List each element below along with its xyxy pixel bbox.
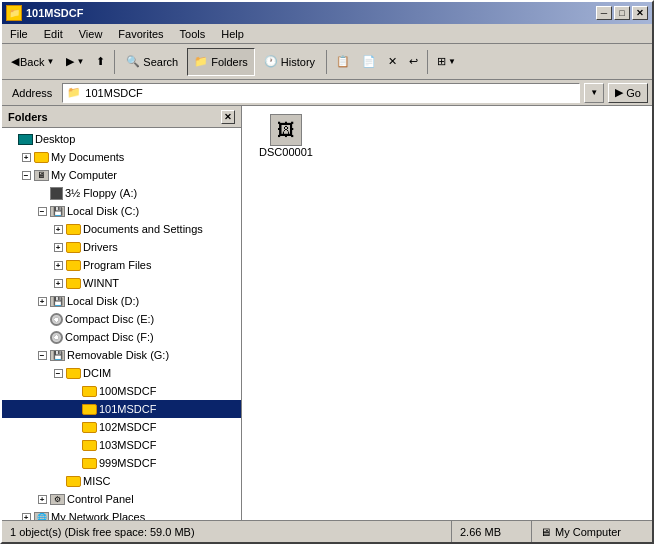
tree-expander-empty (66, 401, 82, 417)
menu-help[interactable]: Help (213, 26, 252, 42)
control-panel-icon: ⚙ (50, 494, 65, 505)
tree-item-floppy[interactable]: 3½ Floppy (A:) (2, 184, 241, 202)
address-label: Address (6, 87, 58, 99)
tree-item-my-computer[interactable]: −🖥My Computer (2, 166, 241, 184)
tree-expander[interactable]: − (34, 347, 50, 363)
tree-item-program-files[interactable]: +Program Files (2, 256, 241, 274)
status-computer: 🖥 My Computer (532, 526, 652, 538)
forward-button[interactable]: ▶ ▼ (61, 48, 89, 76)
tree-item-label: DCIM (83, 367, 111, 379)
tree-expander[interactable]: + (18, 509, 34, 520)
tree-expander[interactable]: + (50, 275, 66, 291)
tree-item-local-c[interactable]: −💾Local Disk (C:) (2, 202, 241, 220)
menu-view[interactable]: View (71, 26, 111, 42)
move-to-button[interactable]: 📋 (331, 48, 355, 76)
tree-item-compact-e[interactable]: Compact Disc (E:) (2, 310, 241, 328)
tree-expander[interactable]: + (34, 491, 50, 507)
history-button[interactable]: 🕐 History (257, 48, 322, 76)
folders-button[interactable]: 📁 Folders (187, 48, 255, 76)
tree-expander[interactable]: − (34, 203, 50, 219)
address-input-container[interactable]: 📁 101MSDCF (62, 83, 580, 103)
folder-icon (82, 422, 97, 433)
tree-expander[interactable]: + (50, 239, 66, 255)
search-button[interactable]: 🔍 Search (119, 48, 185, 76)
menu-file[interactable]: File (2, 26, 36, 42)
go-button[interactable]: ▶ Go (608, 83, 648, 103)
tree-expander[interactable]: − (50, 365, 66, 381)
delete-button[interactable]: ✕ (383, 48, 402, 76)
tree-item-999msdcf[interactable]: 999MSDCF (2, 454, 241, 472)
tree-expander[interactable]: + (50, 221, 66, 237)
tree-item-drivers[interactable]: +Drivers (2, 238, 241, 256)
tree-item-label: Compact Disc (F:) (65, 331, 154, 343)
tree-item-label: 999MSDCF (99, 457, 156, 469)
tree-item-removable-g[interactable]: −💾Removable Disk (G:) (2, 346, 241, 364)
folder-icon (66, 278, 81, 289)
tree-item-label: 101MSDCF (99, 403, 156, 415)
tree-expander[interactable]: + (50, 257, 66, 273)
move-icon: 📋 (336, 55, 350, 68)
go-arrow-icon: ▶ (615, 86, 623, 99)
search-icon: 🔍 (126, 55, 140, 68)
folders-close-button[interactable]: ✕ (221, 110, 235, 124)
tree-expander-empty (66, 437, 82, 453)
menu-favorites[interactable]: Favorites (110, 26, 171, 42)
menu-edit[interactable]: Edit (36, 26, 71, 42)
tree-expander[interactable]: + (34, 293, 50, 309)
address-folder-icon: 📁 (67, 86, 81, 99)
views-button[interactable]: ⊞ ▼ (432, 48, 461, 76)
tree-item-label: Compact Disc (E:) (65, 313, 154, 325)
close-button[interactable]: ✕ (632, 6, 648, 20)
window-icon: 📁 (6, 5, 22, 21)
undo-button[interactable]: ↩ (404, 48, 423, 76)
tree-item-102msdcf[interactable]: 102MSDCF (2, 418, 241, 436)
tree-item-control-panel[interactable]: +⚙Control Panel (2, 490, 241, 508)
network-icon: 🌐 (34, 512, 49, 521)
tree-item-101msdcf[interactable]: 101MSDCF (2, 400, 241, 418)
folder-icon (66, 368, 81, 379)
maximize-button[interactable]: □ (614, 6, 630, 20)
tree-expander-empty (66, 383, 82, 399)
tree-expander[interactable]: + (18, 149, 34, 165)
folder-icon (66, 260, 81, 271)
tree-item-compact-f[interactable]: Compact Disc (F:) (2, 328, 241, 346)
up-button[interactable]: ⬆ (91, 48, 110, 76)
tree-item-my-network[interactable]: +🌐My Network Places (2, 508, 241, 520)
status-computer-text: My Computer (555, 526, 621, 538)
go-label: Go (626, 87, 641, 99)
status-objects: 1 object(s) (Disk free space: 59.0 MB) (2, 521, 452, 542)
status-size-text: 2.66 MB (460, 526, 501, 538)
address-dropdown-button[interactable]: ▼ (584, 83, 604, 103)
minimize-button[interactable]: ─ (596, 6, 612, 20)
tree-item-local-d[interactable]: +💾Local Disk (D:) (2, 292, 241, 310)
tree-item-label: 3½ Floppy (A:) (65, 187, 137, 199)
address-value: 101MSDCF (85, 87, 142, 99)
tree-item-label: Program Files (83, 259, 151, 271)
tree-item-label: Local Disk (D:) (67, 295, 139, 307)
forward-dropdown-icon: ▼ (76, 57, 84, 66)
tree-item-100msdcf[interactable]: 100MSDCF (2, 382, 241, 400)
separator-1 (114, 50, 115, 74)
back-button[interactable]: ◀ Back ▼ (6, 48, 59, 76)
tree-item-dcim[interactable]: −DCIM (2, 364, 241, 382)
tree-item-103msdcf[interactable]: 103MSDCF (2, 436, 241, 454)
tree-item-desktop[interactable]: Desktop (2, 130, 241, 148)
tree-item-label: Documents and Settings (83, 223, 203, 235)
folders-label: Folders (211, 56, 248, 68)
tree-expander[interactable]: − (18, 167, 34, 183)
tree-item-label: Drivers (83, 241, 118, 253)
tree-item-winnt[interactable]: +WINNT (2, 274, 241, 292)
copy-to-button[interactable]: 📄 (357, 48, 381, 76)
main-window: 📁 101MSDCF ─ □ ✕ File Edit View Favorite… (0, 0, 654, 544)
tree-item-doc-settings[interactable]: +Documents and Settings (2, 220, 241, 238)
computer-icon: 🖥 (540, 526, 551, 538)
tree-item-my-documents[interactable]: +My Documents (2, 148, 241, 166)
search-label: Search (143, 56, 178, 68)
content-item-dsc00001[interactable]: 🖼 DSC00001 (246, 110, 326, 162)
menu-tools[interactable]: Tools (172, 26, 214, 42)
title-bar: 📁 101MSDCF ─ □ ✕ (2, 2, 652, 24)
history-label: History (281, 56, 315, 68)
tree-item-misc[interactable]: MISC (2, 472, 241, 490)
separator-3 (427, 50, 428, 74)
tree-item-label: 103MSDCF (99, 439, 156, 451)
